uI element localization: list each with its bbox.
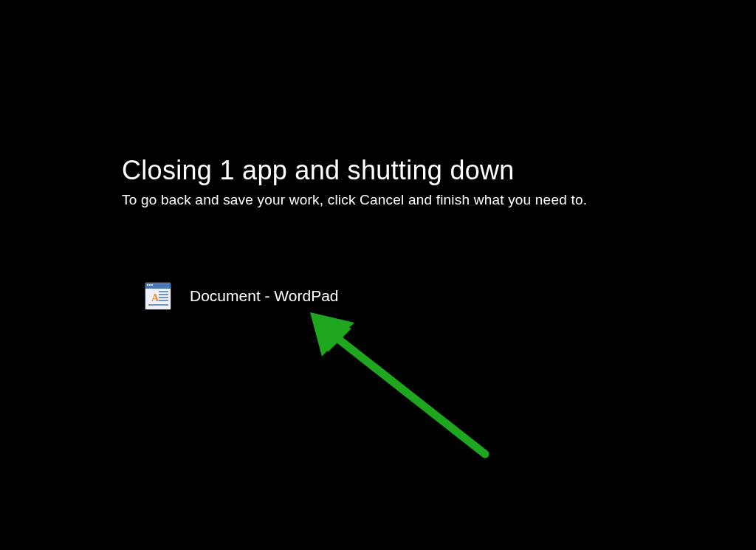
blocking-apps-list: A Document - WordPad (142, 281, 587, 312)
shutdown-title: Closing 1 app and shutting down (122, 155, 587, 186)
svg-rect-4 (151, 284, 153, 286)
svg-rect-2 (147, 284, 148, 286)
svg-marker-15 (312, 314, 351, 352)
svg-rect-3 (149, 284, 151, 286)
svg-text:A: A (151, 292, 159, 303)
shutdown-screen-content: Closing 1 app and shutting down To go ba… (122, 155, 587, 312)
wordpad-icon: A (142, 281, 173, 312)
shutdown-subtitle: To go back and save your work, click Can… (122, 192, 587, 208)
list-item: A Document - WordPad (142, 281, 587, 312)
app-name-label: Document - WordPad (190, 287, 339, 305)
svg-marker-14 (310, 312, 354, 357)
annotation-arrow-icon (304, 306, 496, 472)
svg-line-13 (331, 333, 485, 454)
